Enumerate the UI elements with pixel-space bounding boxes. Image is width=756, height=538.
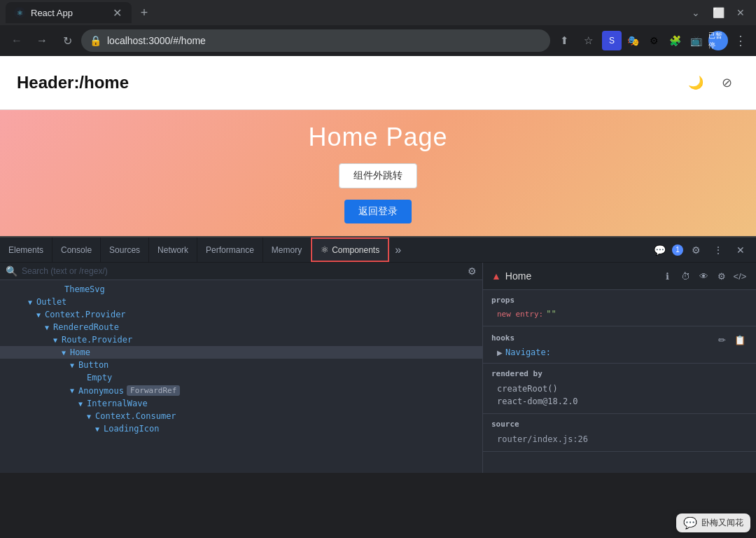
navigate-row: ▶ Navigate: bbox=[491, 347, 748, 357]
tree-item-home[interactable]: ▼ Home bbox=[0, 346, 482, 359]
profile-button[interactable]: 已暂停 bbox=[708, 31, 728, 50]
devtools-tabs: Elements Console Sources Network Perform… bbox=[0, 237, 756, 263]
tab-performance-label: Performance bbox=[206, 245, 254, 255]
more-tabs-button[interactable]: » bbox=[389, 244, 407, 256]
search-input[interactable] bbox=[22, 266, 463, 276]
lock-icon: 🔒 bbox=[90, 35, 102, 46]
bookmark-button[interactable]: ☆ bbox=[577, 29, 599, 52]
active-tab[interactable]: ⚛ React App ✕ bbox=[6, 2, 132, 23]
rendered-by-item-createroot[interactable]: createRoot() bbox=[491, 382, 748, 395]
props-new-entry-value: "" bbox=[546, 309, 556, 319]
devtools-left-panel: 🔍 ⚙ ThemeSvg ▼ Outlet bbox=[0, 263, 483, 473]
tree-arrow: ▼ bbox=[95, 425, 104, 433]
header-actions: 🌙 ⊘ bbox=[683, 70, 739, 95]
props-new-entry-label: new entry: bbox=[497, 310, 543, 319]
devtools-actions: 💬 1 ⚙ ⋮ ✕ bbox=[644, 240, 756, 260]
hooks-edit-icon[interactable]: ✏ bbox=[714, 332, 729, 347]
ext-icon-2[interactable]: 🎭 bbox=[623, 31, 643, 50]
extension-icons: S 🎭 ⚙ 🧩 📺 bbox=[602, 31, 706, 50]
tab-performance[interactable]: Performance bbox=[197, 237, 263, 262]
tree-item-contextprovider[interactable]: ▼ Context.Provider bbox=[0, 308, 482, 321]
tree-arrow: ▼ bbox=[70, 387, 78, 394]
tab-favicon: ⚛ bbox=[14, 7, 25, 18]
clock-icon[interactable]: ⏱ bbox=[678, 268, 693, 284]
rendered-by-item-reactdom[interactable]: react-dom@18.2.0 bbox=[491, 395, 748, 408]
ext-icon-3[interactable]: ⚙ bbox=[644, 31, 664, 50]
share-button[interactable]: ⬆ bbox=[553, 29, 575, 52]
ext-icon-1[interactable]: S bbox=[602, 31, 622, 50]
props-new-entry: new entry: "" bbox=[491, 309, 748, 319]
component-name: RenderedRoute bbox=[53, 322, 119, 332]
tree-item-routeprovider[interactable]: ▼ Route.Provider bbox=[0, 333, 482, 346]
right-panel-header: ▲ Home ℹ ⏱ 👁 ⚙ </> bbox=[483, 263, 756, 290]
settings-devtools-button[interactable]: ⚙ bbox=[686, 240, 706, 260]
close-button[interactable]: ✕ bbox=[731, 3, 750, 22]
tree-item-loadingicon[interactable]: ▼ LoadingIcon bbox=[0, 422, 482, 435]
tree-item-outlet[interactable]: ▼ Outlet bbox=[0, 296, 482, 308]
theme-toggle-button[interactable]: 🌙 bbox=[683, 70, 708, 95]
eye-icon[interactable]: 👁 bbox=[696, 268, 711, 284]
address-bar[interactable]: 🔒 localhost:3000/#/home bbox=[81, 29, 550, 52]
hooks-section: hooks ✏ 📋 ▶ Navigate: bbox=[483, 326, 756, 364]
info-icon[interactable]: ℹ bbox=[659, 268, 675, 284]
browser-chrome: ⚛ React App ✕ + ⌄ ⬜ ✕ ← → ↻ 🔒 localhost:… bbox=[0, 0, 756, 56]
app-header: Header:/home 🌙 ⊘ bbox=[0, 56, 756, 110]
issues-button[interactable]: 💬 bbox=[650, 240, 669, 260]
ext-icon-5[interactable]: 📺 bbox=[686, 31, 706, 50]
right-settings-icon[interactable]: ⚙ bbox=[714, 268, 729, 284]
maximize-button[interactable]: ⬜ bbox=[708, 3, 728, 22]
tab-network-label: Network bbox=[158, 245, 188, 255]
tab-sources[interactable]: Sources bbox=[101, 237, 149, 262]
props-section: props new entry: "" bbox=[483, 290, 756, 326]
tree-item-button[interactable]: ▼ Button bbox=[0, 359, 482, 371]
navigate-expand-icon: ▶ bbox=[497, 349, 503, 357]
jump-button[interactable]: 组件外跳转 bbox=[339, 163, 417, 188]
tree-item-empty[interactable]: Empty bbox=[0, 371, 482, 384]
watermark: 💬 卧梅又闻花 bbox=[676, 513, 750, 532]
rendered-by-section: rendered by createRoot() react-dom@18.2.… bbox=[483, 364, 756, 414]
tab-network[interactable]: Network bbox=[149, 237, 197, 262]
code-icon[interactable]: </> bbox=[732, 268, 748, 284]
tree-item-internalwave[interactable]: ▼ InternalWave bbox=[0, 397, 482, 410]
more-options-button[interactable]: ⋮ bbox=[708, 240, 728, 260]
devtools-content: 🔍 ⚙ ThemeSvg ▼ Outlet bbox=[0, 263, 756, 473]
tab-memory[interactable]: Memory bbox=[263, 237, 311, 262]
menu-button[interactable]: ⋮ bbox=[731, 31, 750, 50]
search-settings-button[interactable]: ⚙ bbox=[468, 265, 477, 277]
tab-elements[interactable]: Elements bbox=[0, 237, 52, 262]
component-name: Route.Provider bbox=[62, 335, 132, 345]
tab-components[interactable]: ⚛ Components bbox=[311, 237, 389, 262]
tab-close-button[interactable]: ✕ bbox=[111, 6, 123, 19]
minimize-button[interactable]: ⌄ bbox=[686, 3, 706, 22]
back-button[interactable]: ← bbox=[6, 29, 28, 52]
badge-wrap: 💬 1 bbox=[650, 240, 683, 260]
tree-item-contextconsumer[interactable]: ▼ Context.Consumer bbox=[0, 410, 482, 422]
component-name: LoadingIcon bbox=[104, 424, 159, 434]
tree-item-themesvg[interactable]: ThemeSvg bbox=[0, 283, 482, 296]
watermark-icon: 💬 bbox=[683, 516, 697, 530]
component-name: ThemeSvg bbox=[64, 284, 105, 294]
app-area: Header:/home 🌙 ⊘ Home Page 组件外跳转 返回登录 bbox=[0, 56, 756, 236]
tree-item-renderedroute[interactable]: ▼ RenderedRoute bbox=[0, 321, 482, 333]
close-devtools-button[interactable]: ✕ bbox=[731, 240, 750, 260]
tree-arrow: ▼ bbox=[62, 349, 70, 357]
refresh-button[interactable]: ↻ bbox=[56, 29, 78, 52]
search-icon: 🔍 bbox=[6, 265, 18, 277]
forward-button[interactable]: → bbox=[31, 29, 53, 52]
tree-item-anonymous[interactable]: ▼ Anonymous ForwardRef bbox=[0, 384, 482, 397]
hooks-actions: ✏ 📋 bbox=[714, 332, 748, 347]
tab-title: React App bbox=[31, 8, 105, 18]
tree-arrow: ▼ bbox=[28, 298, 36, 306]
new-tab-button[interactable]: + bbox=[134, 3, 154, 22]
selected-component-name: Home bbox=[505, 270, 531, 282]
hooks-copy-icon[interactable]: 📋 bbox=[732, 332, 748, 347]
component-name: Home bbox=[70, 347, 90, 357]
back-login-button[interactable]: 返回登录 bbox=[344, 200, 412, 223]
tab-components-label: Components bbox=[332, 245, 379, 255]
title-bar: ⚛ React App ✕ + ⌄ ⬜ ✕ bbox=[0, 0, 756, 25]
app-main: Home Page 组件外跳转 返回登录 bbox=[0, 110, 756, 236]
tab-console[interactable]: Console bbox=[52, 237, 101, 262]
ext-icon-4[interactable]: 🧩 bbox=[665, 31, 685, 50]
tab-area: ⚛ React App ✕ + bbox=[6, 2, 683, 23]
settings-button[interactable]: ⊘ bbox=[714, 70, 739, 95]
